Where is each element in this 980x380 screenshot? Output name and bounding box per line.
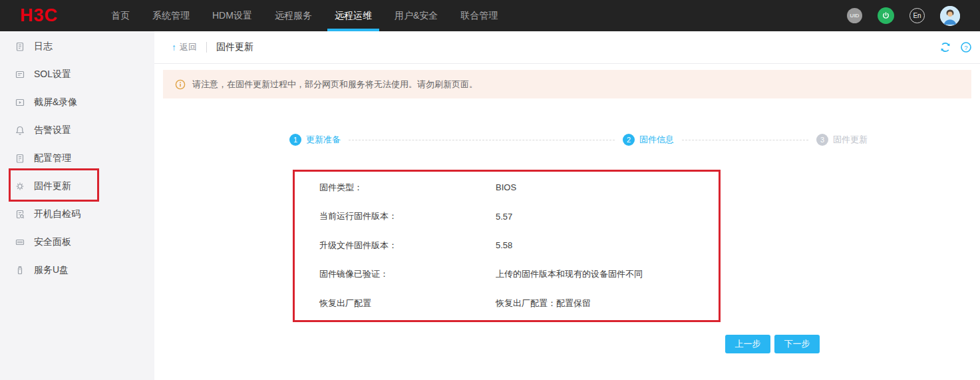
step-connector: [349, 140, 615, 140]
top-nav: H3C 首页 系统管理 HDM设置 远程服务 远程运维 用户&安全 联合管理 U…: [0, 0, 980, 31]
field-value: 恢复出厂配置：配置保留: [496, 297, 591, 309]
sidebar: 日志 SOL设置 截屏&录像: [0, 31, 154, 380]
nav-item-remote-services[interactable]: 远程服务: [263, 0, 323, 31]
step-2-circle: 2: [623, 134, 635, 146]
user-avatar-icon: [940, 6, 960, 26]
field-value: 5.57: [496, 212, 512, 222]
field-label: 当前运行固件版本：: [319, 210, 496, 222]
prev-step-button[interactable]: 上一步: [725, 335, 770, 353]
uid-badge[interactable]: UID: [847, 8, 862, 23]
info-row-current-version: 当前运行固件版本： 5.57: [319, 202, 719, 232]
back-link[interactable]: ↑ 返回: [172, 41, 197, 53]
sidebar-item-screen-record[interactable]: 截屏&录像: [0, 89, 154, 116]
sidebar-item-label: 告警设置: [34, 124, 71, 136]
sol-icon: [15, 69, 25, 80]
back-arrow-icon: ↑: [172, 42, 176, 53]
step-3-label: 固件更新: [833, 134, 868, 146]
sidebar-item-label: 日志: [34, 41, 53, 53]
uid-badge-label: UID: [850, 13, 860, 19]
nav-item-federated-mgmt[interactable]: 联合管理: [449, 0, 509, 31]
next-step-button[interactable]: 下一步: [774, 335, 820, 353]
info-row-firmware-type: 固件类型： BIOS: [319, 173, 719, 202]
post-code-icon: [15, 209, 25, 220]
nav-right-controls: UID En: [847, 0, 980, 31]
nav-item-hdm-settings[interactable]: HDM设置: [201, 0, 263, 31]
sidebar-item-security-panel[interactable]: 安全面板: [0, 228, 154, 256]
back-label: 返回: [180, 41, 197, 53]
field-value: 5.58: [496, 240, 512, 250]
sidebar-item-firmware-update[interactable]: 固件更新: [0, 172, 154, 200]
usb-icon: [15, 265, 25, 276]
step-1-label: 更新准备: [306, 134, 341, 146]
language-badge-label: En: [913, 12, 921, 19]
sidebar-item-label: SOL设置: [34, 69, 71, 81]
field-label: 固件类型：: [319, 182, 496, 194]
sidebar-item-label: 安全面板: [34, 236, 71, 248]
sidebar-item-label: 开机自检码: [34, 208, 81, 220]
step-update-prepare: 1 更新准备: [289, 134, 341, 146]
log-icon: [15, 41, 25, 52]
sidebar-item-label: 服务U盘: [34, 264, 69, 276]
field-value: 上传的固件版本和现有的设备固件不同: [496, 268, 643, 280]
nav-item-home[interactable]: 首页: [100, 0, 141, 31]
help-icon[interactable]: ?: [960, 41, 972, 53]
svg-text:?: ?: [964, 44, 967, 51]
sidebar-item-config-mgmt[interactable]: 配置管理: [0, 144, 154, 172]
field-label: 固件镜像已验证：: [319, 268, 496, 280]
nav-item-remote-ops[interactable]: 远程运维: [323, 0, 383, 31]
refresh-icon[interactable]: [939, 41, 951, 53]
page: H3C 首页 系统管理 HDM设置 远程服务 远程运维 用户&安全 联合管理 U…: [0, 0, 980, 380]
config-icon: [15, 153, 25, 164]
security-panel-icon: [15, 237, 25, 248]
info-row-factory-config: 恢复出厂配置 恢复出厂配置：配置保留: [319, 289, 719, 318]
body-row: 日志 SOL设置 截屏&录像: [0, 31, 980, 380]
nav-item-user-security[interactable]: 用户&安全: [383, 0, 449, 31]
nav-item-system-mgmt[interactable]: 系统管理: [141, 0, 201, 31]
main-menu: 首页 系统管理 HDM设置 远程服务 远程运维 用户&安全 联合管理: [100, 0, 509, 31]
info-row-image-verified: 固件镜像已验证： 上传的固件版本和现有的设备固件不同: [319, 260, 719, 289]
stepper: 1 更新准备 2 固件信息 3 固件更新: [289, 134, 868, 146]
step-1-circle: 1: [289, 134, 301, 146]
firmware-gear-icon: [15, 181, 25, 192]
sidebar-item-label: 固件更新: [34, 180, 71, 192]
screen-record-icon: [15, 97, 25, 108]
step-firmware-update: 3 固件更新: [816, 134, 868, 146]
sidebar-item-service-usb[interactable]: 服务U盘: [0, 256, 154, 284]
notice-banner: 请注意，在固件更新过程中，部分网页和服务将无法使用。请勿刷新页面。: [163, 70, 971, 98]
wizard-buttons: 上一步 下一步: [725, 335, 820, 353]
page-title: 固件更新: [216, 41, 253, 53]
firmware-info-box: 固件类型： BIOS 当前运行固件版本： 5.57 升级文件固件版本： 5.58…: [293, 170, 721, 322]
notice-text: 请注意，在固件更新过程中，部分网页和服务将无法使用。请勿刷新页面。: [192, 79, 478, 91]
sidebar-item-label: 截屏&录像: [34, 96, 77, 108]
info-icon: [175, 79, 186, 90]
step-3-circle: 3: [816, 134, 828, 146]
field-label: 恢复出厂配置: [319, 297, 496, 309]
page-actions: ?: [939, 41, 972, 53]
step-2-label: 固件信息: [639, 134, 674, 146]
alert-bell-icon: [15, 125, 25, 136]
sidebar-item-post-code[interactable]: 开机自检码: [0, 200, 154, 228]
power-icon: [882, 11, 890, 20]
info-row-upgrade-version: 升级文件固件版本： 5.58: [319, 231, 719, 260]
step-firmware-info: 2 固件信息: [623, 134, 674, 146]
sidebar-item-sol[interactable]: SOL设置: [0, 61, 154, 89]
step-connector: [682, 140, 808, 140]
avatar[interactable]: [940, 6, 960, 26]
sidebar-item-alert[interactable]: 告警设置: [0, 116, 154, 144]
field-value: BIOS: [496, 182, 516, 192]
main-content: ↑ 返回 固件更新: [154, 31, 980, 380]
h3c-logo[interactable]: H3C: [0, 0, 100, 31]
sidebar-item-label: 配置管理: [34, 152, 71, 164]
field-label: 升级文件固件版本：: [319, 240, 496, 252]
sidebar-item-log[interactable]: 日志: [0, 33, 154, 61]
power-button[interactable]: [878, 7, 894, 24]
breadcrumb: ↑ 返回 固件更新: [154, 31, 980, 64]
language-badge[interactable]: En: [909, 8, 925, 23]
breadcrumb-divider: [206, 42, 207, 53]
